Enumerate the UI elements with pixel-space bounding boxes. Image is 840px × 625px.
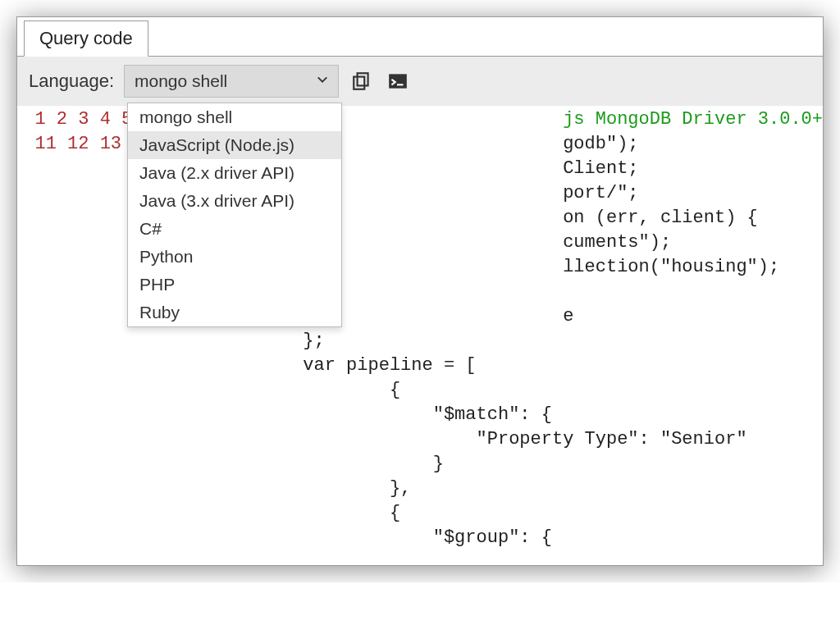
chevron-down-icon	[317, 74, 328, 89]
lang-option-python[interactable]: Python	[128, 243, 341, 271]
lang-option-java-3x[interactable]: Java (3.x driver API)	[128, 187, 341, 215]
lang-option-csharp[interactable]: C#	[128, 215, 341, 243]
terminal-icon[interactable]	[385, 68, 411, 94]
tab-label: Query code	[39, 28, 133, 48]
lang-option-javascript-nodejs[interactable]: JavaScript (Node.js)	[128, 131, 341, 159]
svg-rect-2	[389, 74, 407, 88]
tab-bar: Query code	[17, 17, 823, 57]
lang-option-ruby[interactable]: Ruby	[128, 299, 341, 326]
lang-option-php[interactable]: PHP	[128, 271, 341, 299]
svg-rect-0	[358, 73, 368, 85]
language-dropdown: mongo shell JavaScript (Node.js) Java (2…	[127, 103, 342, 327]
lang-option-mongo-shell[interactable]: mongo shell	[128, 103, 341, 131]
language-select[interactable]: mongo shell	[124, 65, 339, 98]
copy-icon[interactable]	[349, 68, 375, 94]
language-select-value: mongo shell	[135, 71, 227, 91]
toolbar: Language: mongo shell mongo shell JavaSc…	[17, 57, 823, 106]
language-label: Language:	[29, 71, 114, 92]
tab-query-code[interactable]: Query code	[24, 21, 148, 57]
code-content: // Re js MongoDB Driver 3.0.0+ var m god…	[259, 106, 823, 565]
svg-rect-1	[354, 77, 364, 89]
lang-option-java-2x[interactable]: Java (2.x driver API)	[128, 159, 341, 187]
query-code-panel: Query code Language: mongo shell mongo s…	[16, 16, 824, 566]
